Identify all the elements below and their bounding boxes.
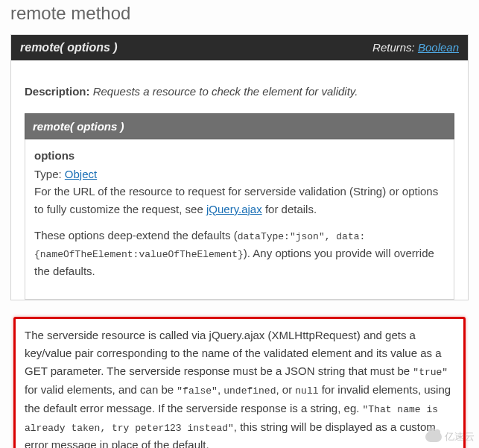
watermark-text: 亿速云 bbox=[445, 430, 475, 444]
description-label: Description: bbox=[25, 85, 90, 98]
highlight-box: The serverside resource is called via jQ… bbox=[13, 317, 466, 448]
returns-block: Returns: Boolean bbox=[372, 41, 459, 54]
code-null: null bbox=[295, 385, 318, 397]
code-false: "false" bbox=[177, 385, 218, 397]
api-panel: remote( options ) Returns: Boolean Descr… bbox=[10, 34, 469, 300]
description-text: Requests a resource to check the element… bbox=[93, 85, 358, 98]
returns-label: Returns: bbox=[372, 41, 415, 54]
options-panel: remote( options ) options Type: Object F… bbox=[25, 113, 454, 300]
option-name: options bbox=[34, 147, 445, 164]
watermark: 亿速云 bbox=[425, 430, 475, 444]
code-undefined: undefined bbox=[223, 385, 276, 397]
option-type-link[interactable]: Object bbox=[65, 168, 97, 180]
options-panel-header: remote( options ) bbox=[25, 113, 454, 139]
method-signature: remote( options ) bbox=[20, 41, 118, 54]
description-line: Description: Requests a resource to chec… bbox=[25, 83, 454, 100]
jquery-ajax-link[interactable]: jQuery.ajax bbox=[206, 203, 262, 215]
code-true: "true" bbox=[413, 367, 448, 378]
option-type-label: Type: bbox=[34, 168, 62, 180]
cloud-icon bbox=[425, 432, 442, 442]
option-paragraph-2: These options deep-extend the defaults (… bbox=[34, 227, 445, 280]
api-panel-body: Description: Requests a resource to chec… bbox=[11, 60, 468, 300]
returns-type-link[interactable]: Boolean bbox=[418, 41, 459, 54]
options-panel-body: options Type: Object For the URL of the … bbox=[25, 139, 454, 300]
page-title: remote method bbox=[10, 3, 469, 24]
option-paragraph-1: For the URL of the resource to request f… bbox=[34, 183, 445, 218]
option-type-line: Type: Object bbox=[34, 165, 445, 183]
api-panel-header: remote( options ) Returns: Boolean bbox=[11, 35, 468, 60]
